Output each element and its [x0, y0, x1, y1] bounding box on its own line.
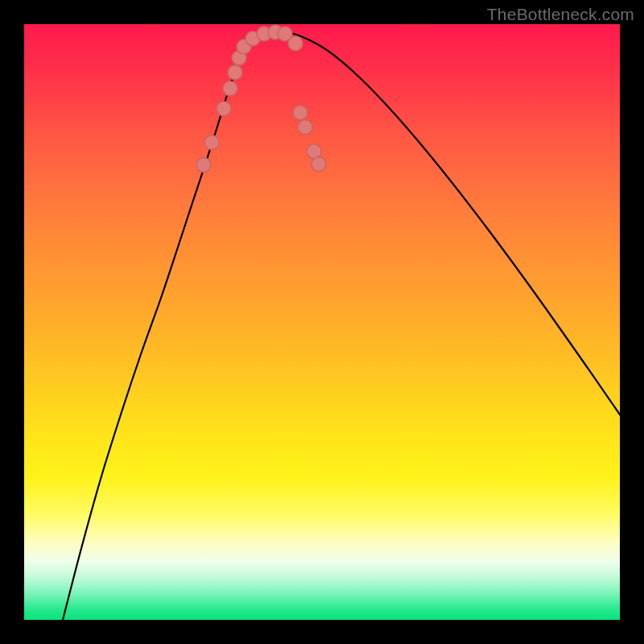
svg-point-4: [228, 65, 242, 80]
svg-point-11: [288, 36, 303, 51]
chart-svg: [24, 24, 620, 620]
svg-point-13: [298, 120, 312, 134]
svg-point-3: [223, 81, 237, 96]
svg-point-1: [204, 135, 219, 150]
chart-plot-area: [24, 24, 620, 620]
svg-point-15: [312, 157, 326, 171]
bottleneck-curve: [63, 32, 620, 620]
svg-point-12: [293, 105, 308, 120]
bead-markers: [196, 25, 326, 172]
svg-point-2: [217, 101, 231, 116]
chart-frame: TheBottleneck.com: [0, 0, 644, 644]
watermark-text: TheBottleneck.com: [487, 5, 634, 24]
svg-point-0: [196, 158, 211, 172]
